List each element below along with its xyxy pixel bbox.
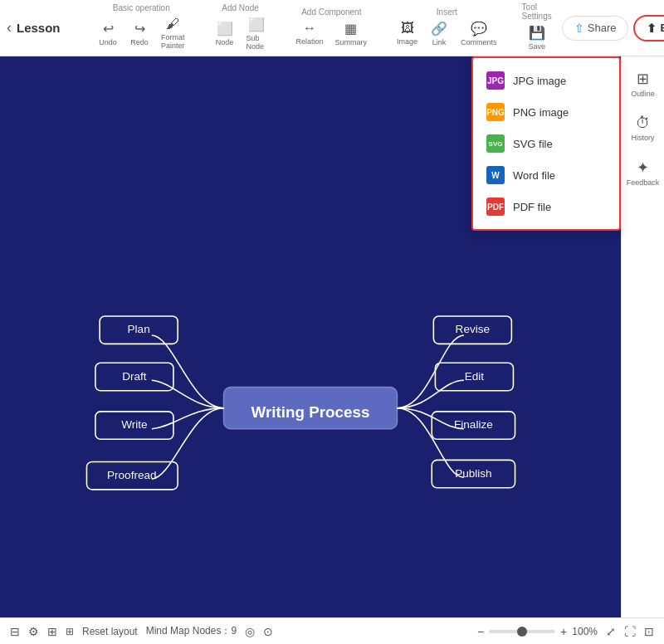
reset-icon: ⊞	[66, 626, 74, 637]
feedback-icon: ✦	[637, 159, 649, 177]
nodes-icon: ◎	[245, 625, 255, 638]
svg-icon: SVG	[486, 134, 505, 153]
tool-settings-label: Tool Settings	[522, 2, 552, 21]
link-icon: 🔗	[431, 21, 447, 37]
insert-items: 🖼 Image 🔗 Link 💬 Comments	[392, 18, 502, 49]
comments-icon: 💬	[471, 21, 487, 37]
svg-label: SVG file	[513, 138, 553, 150]
redo-icon: ↪	[134, 21, 145, 37]
export-png-item[interactable]: PNG PNG image	[473, 96, 619, 128]
fit-icon[interactable]: ⤢	[606, 625, 616, 638]
write-node: Write	[121, 418, 147, 431]
add-component-items: ↔ Relation ▦ Summary	[291, 18, 373, 49]
outline-label: Outline	[631, 90, 655, 98]
insert-group: Insert 🖼 Image 🔗 Link 💬 Comments	[392, 7, 502, 49]
add-node-label: Add Node	[222, 3, 258, 12]
basic-operation-group: Basic operation ↩ Undo ↪ Redo 🖌 Format P…	[93, 3, 190, 52]
export-dropdown: JPG JPG image PNG PNG image SVG SVG file…	[471, 56, 621, 231]
outline-icon: ⊞	[637, 70, 649, 88]
fullscreen-icon[interactable]: ⛶	[624, 625, 636, 638]
page-title: Lesson	[17, 21, 66, 35]
word-label: Word file	[513, 169, 555, 182]
format-painter-button[interactable]: 🖌 Format Painter	[156, 14, 190, 52]
back-button[interactable]: ‹	[7, 17, 12, 40]
export-svg-item[interactable]: SVG SVG file	[473, 128, 619, 159]
edit-node: Edit	[465, 370, 485, 383]
insert-label: Insert	[437, 7, 457, 17]
export-icon: ⬆	[647, 22, 657, 35]
node-button[interactable]: ⬜ Node	[210, 18, 240, 49]
center-node-text: Writing Process	[251, 403, 370, 421]
zoom-slider-thumb	[517, 627, 527, 637]
toolbar-right: ⇧ Share ⬆ Export	[562, 15, 664, 41]
relation-icon: ↔	[303, 21, 316, 36]
feedback-label: Feedback	[627, 178, 660, 187]
jpg-label: JPG image	[513, 75, 566, 87]
zoom-controls: − + 100%	[477, 625, 598, 638]
redo-label: Redo	[130, 38, 149, 46]
sidebar-item-feedback[interactable]: ✦ Feedback	[624, 154, 662, 192]
export-jpg-item[interactable]: JPG JPG image	[473, 65, 619, 96]
table-icon: ⊞	[47, 625, 57, 638]
zoom-minus-button[interactable]: −	[477, 625, 484, 638]
right-sidebar: ⊞ Outline ⏱ History ✦ Feedback	[621, 56, 664, 617]
export-word-item[interactable]: W Word file	[473, 159, 619, 191]
share-label: Share	[588, 22, 617, 34]
grid-icon: ⊟	[10, 625, 20, 638]
tool-settings-items: 💾 Save	[522, 22, 552, 53]
finalize-node: Finalize	[454, 418, 493, 431]
sidebar-item-history[interactable]: ⏱ History	[624, 110, 662, 147]
png-icon: PNG	[486, 103, 505, 121]
sub-node-button[interactable]: ⬜ Sub Node	[242, 14, 271, 53]
save-icon: 💾	[529, 25, 545, 41]
save-label: Save	[528, 42, 545, 51]
publish-node: Publish	[455, 467, 492, 480]
export-label: Export	[660, 22, 664, 34]
toolbar: ‹ Lesson Basic operation ↩ Undo ↪ Redo 🖌…	[0, 0, 664, 56]
jpg-icon: JPG	[486, 71, 505, 90]
bottom-bar: ⊟ ⚙ ⊞ ⊞ Reset layout Mind Map Nodes：9 ◎ …	[0, 617, 664, 644]
add-component-label: Add Component	[301, 7, 361, 17]
summary-button[interactable]: ▦ Summary	[330, 18, 373, 49]
proofread-node: Proofread	[107, 469, 157, 481]
plan-node: Plan	[128, 323, 150, 335]
relation-label: Relation	[296, 37, 324, 46]
draft-node: Draft	[122, 370, 147, 383]
history-icon: ⏱	[636, 115, 651, 132]
image-button[interactable]: 🖼 Image	[392, 18, 422, 48]
relation-button[interactable]: ↔ Relation	[291, 18, 329, 48]
reset-label[interactable]: Reset layout	[82, 626, 138, 637]
sub-node-label: Sub Node	[247, 34, 266, 51]
undo-button[interactable]: ↩ Undo	[93, 18, 123, 49]
format-painter-label: Format Painter	[161, 33, 185, 50]
summary-icon: ▦	[344, 21, 357, 37]
save-button[interactable]: 💾 Save	[522, 22, 552, 53]
sidebar-item-outline[interactable]: ⊞ Outline	[624, 65, 662, 103]
add-node-items: ⬜ Node ⬜ Sub Node	[210, 14, 271, 53]
add-component-group: Add Component ↔ Relation ▦ Summary	[291, 7, 373, 49]
sub-node-icon: ⬜	[248, 17, 265, 32]
layout-icon[interactable]: ⊡	[644, 625, 654, 638]
revise-node: Revise	[456, 323, 491, 335]
image-label: Image	[397, 37, 417, 46]
share-button[interactable]: ⇧ Share	[562, 16, 629, 41]
basic-operation-label: Basic operation	[113, 3, 170, 12]
redo-button[interactable]: ↪ Redo	[124, 18, 154, 49]
history-label: History	[631, 134, 654, 142]
export-button[interactable]: ⬆ Export	[633, 15, 664, 41]
nodes-label: Mind Map Nodes：9	[146, 624, 237, 638]
link-button[interactable]: 🔗 Link	[424, 18, 454, 49]
add-node-group: Add Node ⬜ Node ⬜ Sub Node	[210, 3, 271, 53]
undo-label: Undo	[99, 38, 117, 46]
pdf-label: PDF file	[513, 201, 551, 213]
settings-icon: ⚙	[28, 625, 39, 638]
export-pdf-item[interactable]: PDF PDF file	[473, 191, 619, 222]
undo-icon: ↩	[103, 21, 114, 37]
zoom-plus-button[interactable]: +	[560, 625, 567, 638]
tool-settings-group: Tool Settings 💾 Save	[522, 2, 552, 53]
comments-label: Comments	[461, 38, 497, 46]
zoom-slider[interactable]	[489, 630, 555, 633]
pdf-icon: PDF	[486, 198, 505, 216]
format-painter-icon: 🖌	[166, 17, 179, 32]
comments-button[interactable]: 💬 Comments	[456, 18, 502, 49]
